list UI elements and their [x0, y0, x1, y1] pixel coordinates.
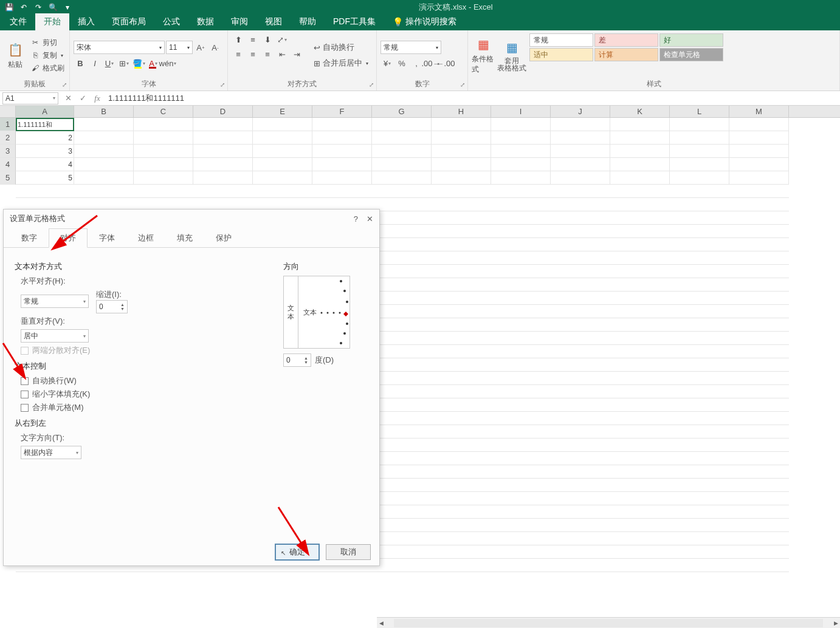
cell[interactable]	[193, 118, 253, 131]
wrap-text-check[interactable]: 自动换行(W)	[21, 375, 259, 386]
cell[interactable]	[74, 131, 134, 145]
style-neutral[interactable]: 适中	[529, 48, 593, 61]
cell[interactable]	[74, 171, 134, 185]
cell[interactable]	[729, 171, 789, 185]
merge-center-button[interactable]: ⊞合并后居中▾	[309, 56, 373, 70]
style-normal[interactable]: 常规	[529, 33, 593, 47]
col-header-C[interactable]: C	[134, 106, 193, 117]
cell[interactable]	[551, 131, 610, 145]
spinner-up-icon[interactable]: ▲	[304, 356, 308, 360]
cell[interactable]	[610, 171, 670, 185]
cell[interactable]	[253, 158, 312, 171]
cell[interactable]	[193, 145, 253, 158]
v-align-select[interactable]: 居中▾	[21, 329, 89, 343]
cell[interactable]	[729, 145, 789, 158]
cell[interactable]	[253, 118, 312, 131]
cell[interactable]	[610, 131, 670, 145]
decrease-font-icon[interactable]: A-	[208, 41, 222, 54]
redo-icon[interactable]: ↷	[32, 1, 45, 13]
cell[interactable]	[193, 171, 253, 185]
currency-icon[interactable]: ¥	[380, 56, 394, 70]
cell[interactable]	[432, 118, 491, 131]
cell[interactable]	[491, 131, 551, 145]
cell[interactable]	[491, 158, 551, 171]
col-header-I[interactable]: I	[491, 106, 551, 117]
tab-home[interactable]: 开始	[35, 13, 69, 30]
cell[interactable]	[610, 118, 670, 131]
row-header-5[interactable]: 5	[0, 171, 16, 185]
horizontal-scrollbar[interactable]: ◀ ▶	[377, 617, 840, 628]
tab-insert[interactable]: 插入	[69, 13, 103, 30]
tab-pdf[interactable]: PDF工具集	[325, 13, 384, 30]
spinner-down-icon[interactable]: ▼	[120, 307, 125, 311]
formula-input[interactable]: 1.1111111和1111111	[105, 93, 840, 104]
font-size-select[interactable]: 11▾	[166, 41, 193, 54]
underline-button[interactable]: U	[103, 56, 116, 70]
cell[interactable]	[253, 145, 312, 158]
fill-color-button[interactable]: 🪣	[132, 56, 145, 70]
close-icon[interactable]: ✕	[367, 214, 373, 224]
paste-button[interactable]: 📋 粘贴	[4, 33, 27, 78]
cell[interactable]	[432, 131, 491, 145]
cancel-formula-icon[interactable]: ✕	[61, 92, 75, 104]
cell-A4[interactable]: 4	[16, 158, 74, 171]
align-right-icon[interactable]: ≡	[261, 47, 274, 61]
cell[interactable]	[134, 118, 193, 131]
qat-more-icon[interactable]: ▾	[61, 1, 74, 13]
style-calc[interactable]: 计算	[594, 48, 658, 61]
cell[interactable]	[372, 158, 432, 171]
cell[interactable]	[74, 158, 134, 171]
cell[interactable]	[551, 145, 610, 158]
col-header-H[interactable]: H	[432, 106, 491, 117]
row-header-3[interactable]: 3	[0, 145, 16, 158]
orientation-icon[interactable]: ⤢	[275, 33, 289, 46]
format-as-table-button[interactable]: ▦ 套用 表格格式	[497, 33, 526, 78]
cell[interactable]	[729, 131, 789, 145]
cell[interactable]	[491, 118, 551, 131]
name-box[interactable]: A1▾	[2, 92, 58, 104]
style-check-cell[interactable]: 检查单元格	[659, 48, 723, 61]
tab-view[interactable]: 视图	[256, 13, 291, 30]
shrink-to-fit-check[interactable]: 缩小字体填充(K)	[21, 389, 259, 400]
tell-me[interactable]: 💡 操作说明搜索	[384, 13, 465, 30]
orientation-dial[interactable]: 文本	[298, 276, 349, 348]
dlg-tab-alignment[interactable]: 对齐	[49, 228, 88, 248]
cell[interactable]	[610, 145, 670, 158]
col-header-E[interactable]: E	[253, 106, 312, 117]
tab-review[interactable]: 审阅	[222, 13, 256, 30]
percent-icon[interactable]: %	[395, 56, 408, 70]
cell[interactable]	[432, 171, 491, 185]
decrease-decimal-icon[interactable]: ←.00	[439, 56, 452, 70]
cell[interactable]	[670, 158, 729, 171]
cell[interactable]	[729, 118, 789, 131]
dlg-tab-fill[interactable]: 填充	[165, 228, 204, 248]
tab-formulas[interactable]: 公式	[154, 13, 188, 30]
dlg-tab-number[interactable]: 数字	[10, 228, 49, 248]
scroll-left-icon[interactable]: ◀	[377, 619, 385, 627]
save-icon[interactable]: 💾	[2, 1, 16, 13]
cell[interactable]	[372, 118, 432, 131]
italic-button[interactable]: I	[88, 56, 102, 70]
style-good[interactable]: 好	[659, 33, 723, 47]
cell[interactable]	[670, 131, 729, 145]
cell[interactable]	[372, 131, 432, 145]
preview-icon[interactable]: 🔍	[46, 1, 60, 13]
cell[interactable]	[729, 158, 789, 171]
align-bottom-icon[interactable]: ⬇	[261, 33, 274, 46]
col-header-F[interactable]: F	[312, 106, 372, 117]
clipboard-launcher-icon[interactable]: ⤢	[62, 81, 67, 88]
cell[interactable]	[372, 145, 432, 158]
cell-A5[interactable]: 5	[16, 171, 74, 185]
dlg-tab-border[interactable]: 边框	[126, 228, 165, 248]
decrease-indent-icon[interactable]: ⇤	[275, 47, 289, 61]
col-header-B[interactable]: B	[74, 106, 134, 117]
help-icon[interactable]: ?	[354, 214, 358, 224]
row-header-1[interactable]: 1	[0, 118, 16, 131]
cell[interactable]	[491, 171, 551, 185]
cell-A1[interactable]: 1.111111和1111111	[16, 118, 74, 131]
number-format-select[interactable]: 常规▾	[380, 41, 441, 54]
cell[interactable]	[253, 131, 312, 145]
degree-spinner[interactable]: 0▲▼	[283, 353, 311, 367]
scroll-right-icon[interactable]: ▶	[831, 619, 840, 627]
cell[interactable]	[610, 158, 670, 171]
